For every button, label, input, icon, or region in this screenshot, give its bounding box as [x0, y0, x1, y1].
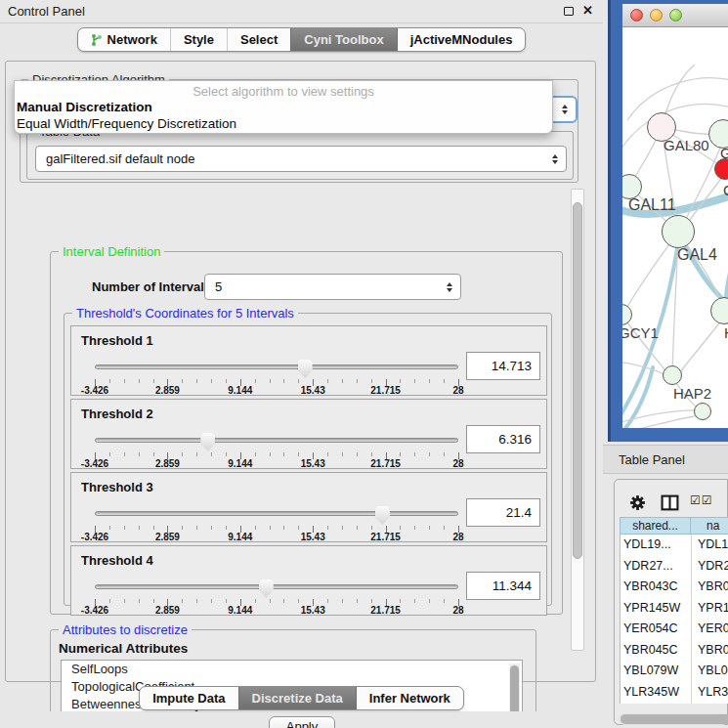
node-label-hap2: HAP2	[673, 385, 711, 402]
tab-cyni-toolbox-label: Cyni Toolbox	[304, 32, 383, 47]
table-horizontal-scrollbar[interactable]	[619, 713, 728, 725]
tick-label: 28	[452, 458, 463, 469]
zoom-traffic-light-icon[interactable]	[669, 9, 682, 21]
cyni-bottom-tab-bar: Impute Data Discretize Data Infer Networ…	[0, 686, 603, 710]
tab-jactivemnodules[interactable]: jActiveMNodules	[397, 28, 526, 51]
tick-label: 21.715	[370, 458, 401, 469]
network-node-bottom[interactable]	[694, 403, 711, 420]
close-icon[interactable]: ✕	[582, 3, 593, 18]
split-columns-icon[interactable]	[661, 494, 679, 511]
gear-icon[interactable]	[629, 494, 646, 511]
float-window-icon[interactable]	[564, 7, 574, 16]
table-row[interactable]: YBL079WYBL0	[621, 661, 728, 682]
tab-cyni-toolbox[interactable]: Cyni Toolbox	[290, 28, 396, 51]
table-row[interactable]: YBR043CYBR0	[621, 577, 728, 598]
tab-style[interactable]: Style	[170, 28, 227, 51]
tab-network[interactable]: Network	[78, 28, 170, 51]
network-node-gal4[interactable]	[662, 215, 695, 248]
cell-shared-name[interactable]: YER054C	[621, 619, 692, 640]
cell-name[interactable]: YBR0	[692, 577, 728, 598]
threshold-3-value-field[interactable]: 21.4	[466, 498, 540, 527]
column-header-name[interactable]: na	[691, 517, 728, 535]
threshold-4-slider[interactable]: -3.426 2.859 9.144 15.43 21.715 28	[95, 578, 458, 616]
tick-label: 9.144	[228, 385, 252, 396]
node-label-gcy1: GCY1	[622, 324, 659, 341]
table-data-group: Table Data galFiltered.sif default node	[26, 131, 574, 180]
tab-impute-data[interactable]: Impute Data	[140, 687, 237, 709]
cell-shared-name[interactable]: YPR145W	[621, 598, 692, 620]
cell-shared-name[interactable]: YBR045C	[621, 640, 692, 662]
cell-name[interactable]: YBR0	[692, 640, 728, 662]
slider-track[interactable]	[95, 584, 458, 589]
network-node-hap2[interactable]	[663, 365, 682, 385]
tick-label: 15.43	[301, 458, 325, 469]
threshold-4-value-field[interactable]: 11.344	[466, 572, 540, 600]
threshold-2-slider[interactable]: -3.426 2.859 9.144 15.43 21.715 28	[95, 432, 458, 469]
tab-impute-data-label: Impute Data	[152, 691, 225, 706]
interval-definition-legend: Interval Definition	[59, 247, 164, 259]
threshold-1-label: Threshold 1	[81, 333, 153, 348]
cell-name[interactable]: YIL0	[692, 703, 728, 704]
tab-discretize-data[interactable]: Discretize Data	[238, 687, 356, 709]
cell-shared-name[interactable]: YDL19...	[621, 535, 692, 556]
cell-name[interactable]: YER0	[692, 619, 728, 640]
table-data-combobox[interactable]: galFiltered.sif default node	[35, 146, 567, 172]
column-header-shared-name[interactable]: shared...	[620, 517, 691, 535]
select-columns-checkboxes-icon[interactable]: ☑☑	[690, 493, 713, 507]
table-body[interactable]: YDL19...YDL1 YDR27...YDR2 YBR043CYBR0 YP…	[620, 535, 728, 704]
tab-infer-network[interactable]: Infer Network	[356, 687, 463, 709]
slider-track[interactable]	[95, 364, 458, 369]
slider-thumb[interactable]	[375, 506, 390, 525]
table-panel-titlebar: Table Panel	[603, 445, 728, 474]
tab-select-label: Select	[240, 32, 278, 47]
cell-shared-name[interactable]: YBL079W	[621, 661, 692, 682]
threshold-3-panel: Threshold 3 -3.426 2.859 9.144 15.43 21.…	[70, 472, 547, 542]
node-label-gal80: GAL80	[664, 137, 709, 153]
network-canvas[interactable]: GAL80 G. C GAL11 GAL4 GCY1 H HAP2	[622, 27, 728, 428]
panel-scrollbar[interactable]	[571, 189, 584, 651]
table-row[interactable]: YDL19...YDL1	[621, 535, 728, 556]
table-row[interactable]: YLR345WYLR3	[621, 682, 728, 704]
cell-name[interactable]: YBL0	[692, 661, 728, 682]
threshold-1-value-field[interactable]: 14.713	[466, 352, 540, 380]
panel-scrollbar-thumb[interactable]	[573, 202, 582, 559]
apply-button[interactable]: Apply	[269, 716, 335, 728]
table-row[interactable]: YIL052CYIL0	[621, 703, 728, 704]
table-data-combobox-value: galFiltered.sif default node	[36, 151, 544, 166]
cell-shared-name[interactable]: YBR043C	[621, 577, 692, 598]
slider-major-ticks	[95, 452, 460, 459]
number-of-intervals-combobox[interactable]: 5	[204, 274, 461, 300]
threshold-3-slider[interactable]: -3.426 2.859 9.144 15.43 21.715 28	[95, 505, 458, 542]
cell-name[interactable]: YPR1	[692, 598, 728, 620]
node-label-c-partial: C	[723, 182, 728, 198]
slider-track[interactable]	[95, 511, 458, 516]
control-panel-title: Control Panel	[8, 4, 85, 19]
cell-shared-name[interactable]: YLR345W	[621, 682, 692, 704]
threshold-1-slider[interactable]: -3.426 2.859 9.144 15.43 21.715 28	[95, 359, 458, 396]
slider-thumb[interactable]	[200, 433, 215, 451]
close-traffic-light-icon[interactable]	[630, 9, 643, 21]
cell-name[interactable]: YDR2	[692, 556, 728, 578]
threshold-2-value-field[interactable]: 6.316	[466, 425, 540, 453]
table-row[interactable]: YBR045CYBR0	[621, 640, 728, 662]
algorithm-option-manual[interactable]: Manual Discretization	[15, 99, 552, 115]
slider-thumb[interactable]	[259, 579, 274, 598]
cell-shared-name[interactable]: YDR27...	[621, 556, 692, 578]
minimize-traffic-light-icon[interactable]	[650, 9, 663, 21]
slider-track[interactable]	[95, 438, 458, 443]
table-row[interactable]: YDR27...YDR2	[621, 556, 728, 578]
cell-name[interactable]: YLR3	[692, 682, 728, 704]
tab-select[interactable]: Select	[227, 28, 290, 51]
tick-label: 15.43	[301, 605, 325, 616]
slider-thumb[interactable]	[298, 360, 313, 378]
tick-label: 21.715	[370, 385, 401, 396]
threshold-2-panel: Threshold 2 -3.426 2.859 9.144 15.43 21.…	[70, 399, 547, 469]
cell-name[interactable]: YDL1	[692, 535, 728, 556]
table-hscrollbar-thumb[interactable]	[621, 714, 728, 724]
table-row[interactable]: YPR145WYPR1	[621, 598, 728, 620]
algorithm-option-equal-width[interactable]: Equal Width/Frequency Discretization	[15, 115, 552, 132]
tab-discretize-data-label: Discretize Data	[252, 691, 343, 706]
table-row[interactable]: YER054CYER0	[621, 619, 728, 640]
list-item[interactable]: SelfLoops	[62, 661, 522, 678]
cell-shared-name[interactable]: YIL052C	[621, 703, 692, 704]
